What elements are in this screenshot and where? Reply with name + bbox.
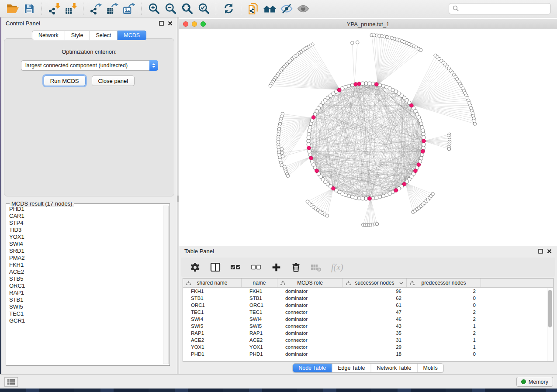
tab-node-table[interactable]: Node Table [293,364,332,372]
memory-button[interactable]: Memory [516,377,553,387]
show-all-button[interactable] [295,1,311,16]
cell-MCDS-role[interactable]: dominator [277,296,343,301]
mcds-node-item[interactable]: PMA2 [9,254,163,261]
cell-name[interactable]: SWI4 [242,316,277,322]
cell-name[interactable]: STB1 [242,296,277,301]
cell-predecessor-nodes[interactable]: 2 [407,289,481,294]
mcds-node-item[interactable]: STB5 [9,275,163,282]
cell-MCDS-role[interactable]: dominator [277,330,343,336]
cell-shared-name[interactable]: FKH1 [183,289,242,294]
mcds-node-item[interactable]: SRD1 [9,248,163,254]
cell-name[interactable]: FKH1 [242,289,277,294]
table-row[interactable]: RAP1RAP1dominator352 [183,330,547,337]
cell-shared-name[interactable]: RAP1 [183,330,242,336]
mcds-node-item[interactable]: CAR1 [9,213,163,220]
column-header-name[interactable]: name [242,279,277,287]
cell-name[interactable]: SWI5 [242,323,277,329]
cell-name[interactable]: PHD1 [242,351,277,357]
cell-shared-name[interactable]: ORC1 [183,303,242,308]
table-row[interactable]: ACE2ACE2connector311 [183,337,547,344]
table-row[interactable]: YOX1YOX1connector291 [183,344,547,351]
network-graph[interactable] [179,29,557,243]
cell-predecessor-nodes[interactable]: 1 [407,344,481,350]
mcds-node-item[interactable]: YOX1 [9,234,163,241]
cell-name[interactable]: YOX1 [242,344,277,350]
cell-successor-nodes[interactable]: 18 [343,351,407,357]
column-header-shared-name[interactable]: shared name [183,279,242,287]
tab-mcds[interactable]: MCDS [118,31,146,40]
task-history-button[interactable] [4,377,18,387]
cell-predecessor-nodes[interactable]: 1 [407,337,481,343]
export-image-button[interactable] [121,1,137,16]
tab-network[interactable]: Network [32,31,65,40]
column-header-predecessor-nodes[interactable]: predecessor nodes [407,279,481,287]
mcds-node-item[interactable]: GCR1 [9,317,163,324]
tab-network-table[interactable]: Network Table [371,364,417,372]
tab-motifs[interactable]: Motifs [417,364,443,372]
table-scrollbar-thumb[interactable] [548,290,552,327]
table-row[interactable]: PHD1PHD1dominator180 [183,351,547,358]
cell-successor-nodes[interactable]: 62 [343,296,407,301]
cell-name[interactable]: ACE2 [242,337,277,343]
cell-predecessor-nodes[interactable]: 2 [407,330,481,336]
cell-predecessor-nodes[interactable]: 0 [407,351,481,357]
mcds-list-scrollbar[interactable] [163,206,169,364]
cell-successor-nodes[interactable]: 96 [343,289,407,294]
cell-successor-nodes[interactable]: 47 [343,309,407,315]
cell-MCDS-role[interactable]: connector [277,309,343,315]
zoom-in-button[interactable] [145,1,162,16]
cell-predecessor-nodes[interactable]: 2 [407,316,481,322]
cell-predecessor-nodes[interactable]: 0 [407,303,481,308]
deselect-all-icon[interactable] [251,262,262,272]
float-panel-icon[interactable] [538,249,543,254]
cell-successor-nodes[interactable]: 29 [343,344,407,350]
sort-chevron-icon[interactable] [399,282,403,285]
cell-shared-name[interactable]: TEC1 [183,309,242,315]
network-canvas[interactable] [179,29,557,243]
mcds-result-list[interactable]: PHD1CAR1STP4TID3YOX1SWI4SRD1PMA2FKH1ACE2… [7,206,163,364]
export-network-button[interactable] [87,1,104,16]
search-box[interactable] [449,3,551,14]
table-row[interactable]: SWI4SWI4dominator462 [183,316,547,323]
run-mcds-button[interactable]: Run MCDS [44,76,86,86]
import-network-button[interactable] [46,1,62,16]
tab-select[interactable]: Select [90,31,118,40]
hide-selected-button[interactable] [278,1,295,16]
cell-successor-nodes[interactable]: 46 [343,316,407,322]
zoom-fit-button[interactable] [179,1,195,16]
table-row[interactable]: ORC1ORC1dominator610 [183,302,547,309]
cell-successor-nodes[interactable]: 31 [343,337,407,343]
cell-MCDS-role[interactable]: connector [277,344,343,350]
close-panel-button[interactable]: Close panel [92,76,135,86]
mcds-node-item[interactable]: ACE2 [9,268,163,275]
close-panel-icon[interactable] [547,249,552,254]
cell-MCDS-role[interactable]: connector [277,337,343,343]
show-columns-icon[interactable] [210,262,221,272]
mcds-node-item[interactable]: TEC1 [9,310,163,317]
cell-shared-name[interactable]: SWI4 [183,316,242,322]
cell-name[interactable]: TEC1 [242,309,277,315]
zoom-selected-button[interactable] [195,1,212,16]
float-panel-icon[interactable] [159,21,164,26]
cell-predecessor-nodes[interactable]: 0 [407,296,481,301]
cell-MCDS-role[interactable]: connector [277,323,343,329]
save-session-button[interactable] [21,1,38,16]
cell-successor-nodes[interactable]: 61 [343,303,407,308]
clone-network-button[interactable] [245,1,262,16]
add-column-plus-icon[interactable] [271,262,281,272]
neighborhood-button[interactable] [262,1,278,16]
table-scrollbar[interactable] [547,288,553,361]
tab-edge-table[interactable]: Edge Table [332,364,370,372]
cell-shared-name[interactable]: STB1 [183,296,242,301]
mcds-node-item[interactable]: SWI4 [9,241,163,248]
cell-successor-nodes[interactable]: 43 [343,323,407,329]
table-row[interactable]: STB1STB1dominator620 [183,295,547,302]
cell-shared-name[interactable]: ACE2 [183,337,242,343]
column-header-MCDS-role[interactable]: MCDS role [277,279,343,287]
table-row[interactable]: FKH1FKH1dominator962 [183,288,547,295]
cell-MCDS-role[interactable]: dominator [277,303,343,308]
import-table-button[interactable] [62,1,79,16]
refresh-button[interactable] [220,1,237,16]
cell-shared-name[interactable]: SWI5 [183,323,242,329]
cell-name[interactable]: RAP1 [242,330,277,336]
